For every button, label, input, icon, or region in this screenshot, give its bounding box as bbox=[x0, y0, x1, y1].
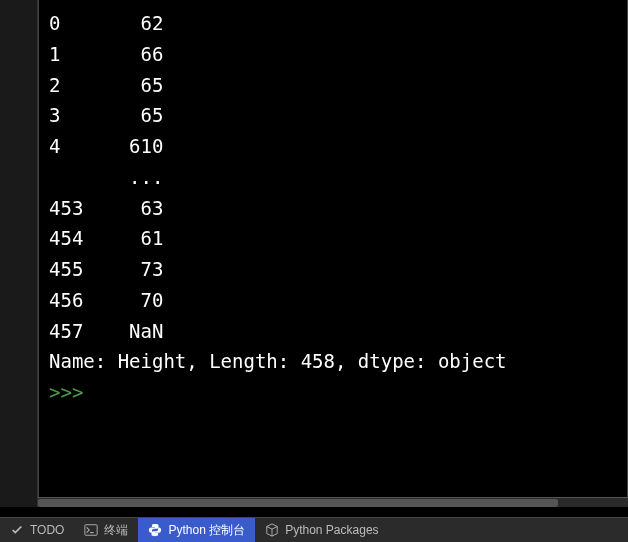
output-row: 2 65 bbox=[49, 70, 617, 101]
output-row: 456 70 bbox=[49, 285, 617, 316]
output-row: 455 73 bbox=[49, 254, 617, 285]
python-icon bbox=[148, 523, 162, 537]
toolbar-python-console-label: Python 控制台 bbox=[168, 522, 245, 539]
toolbar-todo[interactable]: TODO bbox=[0, 518, 74, 542]
output-row: 0 62 bbox=[49, 8, 617, 39]
toolbar-terminal-label: 终端 bbox=[104, 522, 128, 539]
output-row: 457 NaN bbox=[49, 316, 617, 347]
bottom-toolbar: TODO 终端 Python 控制台 Python Packages bbox=[0, 517, 628, 542]
toolbar-python-packages[interactable]: Python Packages bbox=[255, 518, 388, 542]
output-row: 1 66 bbox=[49, 39, 617, 70]
output-row: 453 63 bbox=[49, 193, 617, 224]
check-icon bbox=[10, 523, 24, 537]
caret bbox=[95, 385, 103, 403]
terminal-icon bbox=[84, 523, 98, 537]
left-gutter bbox=[0, 0, 38, 507]
toolbar-terminal[interactable]: 终端 bbox=[74, 518, 138, 542]
horizontal-scrollbar[interactable] bbox=[38, 497, 628, 507]
svg-rect-0 bbox=[85, 525, 97, 536]
output-row: 454 61 bbox=[49, 223, 617, 254]
output-summary: Name: Height, Length: 458, dtype: object bbox=[49, 346, 617, 377]
toolbar-todo-label: TODO bbox=[30, 523, 64, 537]
prompt: >>> bbox=[49, 381, 95, 403]
output-row: 3 65 bbox=[49, 100, 617, 131]
output-row: 4 610 bbox=[49, 131, 617, 162]
console-output[interactable]: 0 621 662 653 654 610 ...453 63454 61455… bbox=[38, 0, 628, 507]
toolbar-python-packages-label: Python Packages bbox=[285, 523, 378, 537]
toolbar-python-console[interactable]: Python 控制台 bbox=[138, 518, 255, 542]
packages-icon bbox=[265, 523, 279, 537]
output-row: ... bbox=[49, 162, 617, 193]
scrollbar-thumb[interactable] bbox=[38, 499, 558, 507]
